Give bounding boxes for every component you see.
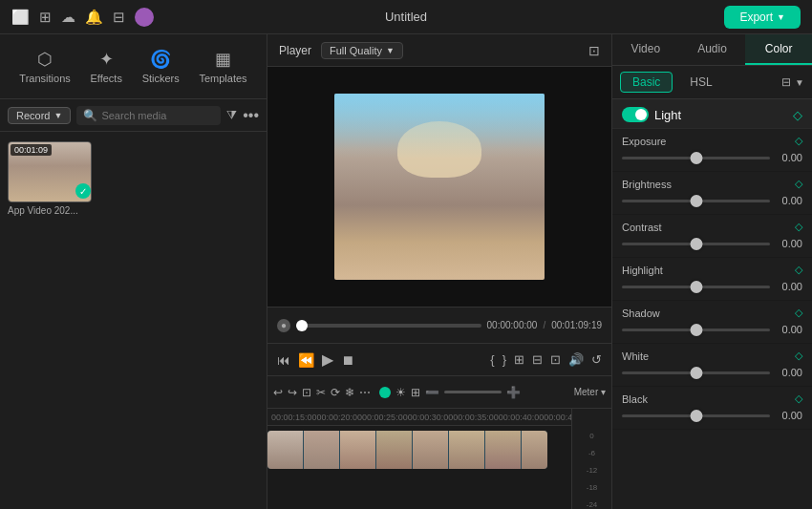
shadow-diamond-icon[interactable]: ◇ [795,307,802,319]
contrast-diamond-icon[interactable]: ◇ [795,221,802,233]
player-settings-icon[interactable]: ⊡ [588,43,600,58]
contrast-slider-group: Contrast ◇ 0.00 [612,215,812,258]
contrast-slider[interactable] [622,243,770,245]
screen-icon[interactable]: ⊡ [550,352,561,367]
sidebar-item-effects[interactable]: ✦ Effects [90,49,121,84]
exposure-controls: ◇ [795,135,802,147]
crop-tl-icon[interactable]: ⊞ [411,386,420,399]
quality-select[interactable]: Full Quality ▼ [321,42,403,59]
playback-controls: ⏮ ⏪ ▶ ⏹ { } ⊞ ⊟ ⊡ 🔊 ↺ [267,343,611,375]
top-bar: ⬜ ⊞ ☁ 🔔 ⊟ Untitled Export ▼ [0,0,812,34]
exposure-slider[interactable] [622,157,770,159]
mark-out-icon[interactable]: } [502,352,506,367]
sidebar-item-templates[interactable]: ▦ Templates [199,49,246,84]
color-section: Light ◇ Exposure ◇ 0.00 [612,99,812,509]
search-box: 🔍 [76,106,221,125]
light-header-row: Light ◇ [622,107,802,122]
white-thumb [690,367,702,379]
center-panel: Player Full Quality ▼ ⊡ ● 0 [267,34,611,509]
brightness-slider[interactable] [622,200,770,202]
white-slider-row: 0.00 [622,367,802,378]
export-button[interactable]: Export ▼ [724,6,801,29]
app-title: Untitled [385,10,427,24]
meter-val-1: -6 [588,449,595,457]
highlight-slider-row: 0.00 [622,281,802,292]
meter-val-2: -12 [587,466,598,475]
zoom-out-icon[interactable]: ➖ [425,386,439,399]
brightness-slider-group: Brightness ◇ 0.00 [612,172,812,215]
white-header: White ◇ [622,350,802,362]
light-toggle-switch[interactable] [622,107,649,122]
split-icon[interactable]: ✂ [316,386,326,399]
compare-toggle[interactable]: ⊟ ▼ [781,75,804,89]
contrast-label: Contrast [622,222,662,233]
light-diamond-icon[interactable]: ◇ [793,108,802,122]
frame-back-button[interactable]: ⏪ [298,352,314,368]
filter-icon[interactable]: ⧩ [226,108,237,123]
contrast-value: 0.00 [776,238,802,249]
toggle-knob [635,109,647,120]
subtab-hsl[interactable]: HSL [678,73,723,92]
light-section-title: Light [654,108,681,122]
search-input[interactable] [101,110,214,121]
check-icon: ✓ [79,186,87,197]
tab-audio[interactable]: Audio [679,34,746,65]
total-time: 00:01:09:19 [551,320,602,330]
transitions-icon: ⬡ [37,49,53,70]
skip-back-button[interactable]: ⏮ [277,352,290,368]
crop-icon[interactable]: ⊡ [302,386,311,399]
shadow-label: Shadow [622,308,660,319]
more-tl-icon[interactable]: ⋯ [359,386,371,399]
exposure-diamond-icon[interactable]: ◇ [795,135,802,147]
highlight-slider[interactable] [622,286,770,288]
color-subtabs: Basic HSL ⊟ ▼ [612,66,812,99]
meter-val-4: -24 [587,500,598,509]
progress-thumb [296,320,308,331]
highlight-header: Highlight ◇ [622,264,802,276]
highlight-label: Highlight [622,265,663,276]
main-area: ⬡ Transitions ✦ Effects 🌀 Stickers ▦ Tem… [0,34,812,509]
record-button[interactable]: Record ▼ [8,107,71,124]
freeze-icon[interactable]: ❄ [345,386,354,399]
tab-video-label: Video [631,42,660,55]
progress-bar[interactable] [296,324,481,328]
ruler-mark-1: 00:00:15:00 [271,413,317,422]
redo-icon[interactable]: ↪ [288,386,297,399]
overwrite-icon[interactable]: ⊟ [532,352,543,367]
white-diamond-icon[interactable]: ◇ [795,350,802,362]
timeline-tracks: 00:00:15:00 00:00:20:00 00:00:25:00 00:0… [267,409,571,509]
sidebar-item-transitions[interactable]: ⬡ Transitions [19,49,70,84]
white-slider[interactable] [622,371,770,374]
more-ctrl-icon[interactable]: ↺ [591,352,602,367]
white-label: White [622,350,649,362]
meter-label[interactable]: Meter ▾ [574,387,606,397]
shadow-slider-row: 0.00 [622,324,802,335]
contrast-thumb [690,238,702,250]
brightness-tl-icon[interactable]: ☀ [395,386,406,399]
black-diamond-icon[interactable]: ◇ [795,392,802,405]
shadow-slider[interactable] [622,329,770,331]
top-bar-left-icons: ⬜ ⊞ ☁ 🔔 ⊟ [11,8,154,27]
play-button[interactable]: ▶ [322,350,333,369]
stop-button[interactable]: ⏹ [341,352,354,368]
zoom-in-icon[interactable]: ➕ [506,386,521,399]
mark-in-icon[interactable]: { [490,352,494,367]
zoom-slider[interactable] [444,391,502,393]
tab-color[interactable]: Color [745,34,812,65]
undo-icon[interactable]: ↩ [273,386,283,399]
track-clip[interactable] [267,431,547,469]
audio-icon[interactable]: 🔊 [568,352,584,367]
ruler-mark-6: 00:00:40:00 [499,413,545,422]
sidebar-item-stickers[interactable]: 🌀 Stickers [142,49,180,84]
black-slider[interactable] [622,414,770,417]
insert-icon[interactable]: ⊞ [514,352,524,367]
subtab-basic[interactable]: Basic [620,72,673,93]
speed-icon[interactable]: ⟳ [331,386,340,399]
highlight-diamond-icon[interactable]: ◇ [795,264,802,276]
brightness-diamond-icon[interactable]: ◇ [795,178,802,190]
more-options-icon[interactable]: ••• [243,107,259,124]
frame-6 [449,431,485,469]
record-label: Record [16,110,50,121]
tab-video[interactable]: Video [612,34,679,65]
timeline-toolbar: ↩ ↪ ⊡ ✂ ⟳ ❄ ⋯ ☀ ⊞ ➖ ➕ Meter ▾ [267,376,611,409]
